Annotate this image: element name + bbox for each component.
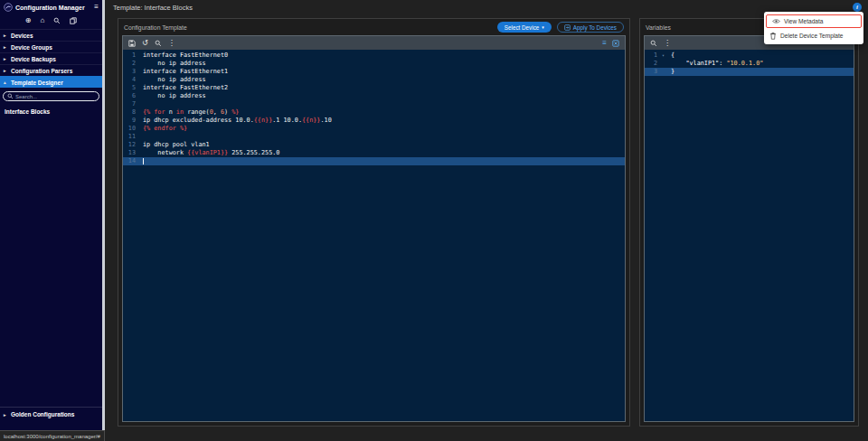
status-bar: localhost:3000/configuration_manager/# bbox=[0, 430, 105, 441]
code-line-3[interactable]: 3} bbox=[645, 68, 854, 76]
code-line-13[interactable]: 13 network {{vlanIP1}} 255.255.255.0 bbox=[123, 149, 625, 157]
search-icon[interactable] bbox=[155, 40, 162, 47]
template-panel-header: Configuration Template Select Device ▾ A… bbox=[118, 19, 629, 35]
sidebar-item-label: Template Designer bbox=[11, 80, 63, 86]
sidebar-item-label: Configuration Parsers bbox=[11, 68, 72, 74]
select-device-button[interactable]: Select Device ▾ bbox=[497, 22, 552, 33]
toolbar-left-icons: ↺⋮ bbox=[128, 40, 175, 47]
wrap-lines-icon[interactable]: ≡ bbox=[602, 40, 607, 47]
code-segment: .10 bbox=[320, 117, 331, 124]
sidebar-item-label: Device Backups bbox=[11, 56, 56, 62]
variables-code-area[interactable]: 1▾{2 "vlanIP1": "10.0.1.0"3} bbox=[645, 50, 854, 421]
line-text: network {{vlanIP1}} 255.255.255.0 bbox=[138, 149, 279, 157]
line-number: 3 bbox=[123, 68, 138, 76]
line-text bbox=[138, 157, 144, 165]
code-line-7[interactable]: 7 bbox=[123, 100, 625, 108]
eye-icon bbox=[772, 18, 780, 24]
code-segment: no ip address bbox=[143, 76, 206, 83]
chevron-down-icon: ▾ bbox=[542, 24, 544, 30]
line-number: 8 bbox=[123, 108, 138, 117]
code-line-4[interactable]: 4 no ip address bbox=[123, 76, 625, 84]
apply-to-devices-label: Apply To Devices bbox=[573, 24, 617, 31]
code-line-9[interactable]: 9ip dhcp excluded-address 10.0.{{n}}.1 1… bbox=[123, 117, 625, 125]
chevron-right-icon: ▸ bbox=[4, 412, 8, 418]
line-text: { bbox=[666, 52, 675, 60]
code-segment: { bbox=[671, 52, 675, 59]
code-line-6[interactable]: 6 no ip address bbox=[123, 92, 625, 100]
code-segment: {{vlanIP1}} bbox=[187, 149, 228, 156]
line-text: interface FastEthernet1 bbox=[138, 68, 228, 76]
line-number: 11 bbox=[123, 133, 138, 141]
sidebar-item-configuration-parsers[interactable]: ▸Configuration Parsers bbox=[0, 64, 102, 76]
search-icon[interactable] bbox=[650, 40, 657, 47]
sidebar-item-template-designer[interactable]: ▴Template Designer bbox=[0, 76, 102, 88]
menu-item-delete-device-template[interactable]: Delete Device Template bbox=[764, 29, 863, 42]
code-segment: interface FastEthernet0 bbox=[143, 52, 228, 59]
code-line-5[interactable]: 5interface FastEthernet2 bbox=[123, 84, 625, 92]
add-circle-icon[interactable]: ⊕ bbox=[25, 17, 32, 24]
line-text: no ip address bbox=[138, 60, 206, 68]
code-line-1[interactable]: 1interface FastEthernet0 bbox=[123, 52, 625, 60]
copy-icon[interactable] bbox=[70, 17, 77, 24]
code-segment: .1 10.0. bbox=[272, 117, 302, 124]
line-number: 7 bbox=[123, 100, 138, 108]
code-line-11[interactable]: 11 bbox=[123, 133, 625, 141]
code-line-1[interactable]: 1▾{ bbox=[645, 52, 854, 60]
code-segment: {% endfor %} bbox=[143, 125, 187, 132]
code-line-2[interactable]: 2 no ip address bbox=[123, 60, 625, 68]
menu-item-label: View Metadata bbox=[784, 18, 824, 24]
template-editor: ↺⋮ ≡ 1interface FastEthernet02 no ip add… bbox=[122, 35, 626, 422]
line-number: 9 bbox=[123, 117, 138, 125]
code-line-8[interactable]: 8{% for n in range(0, 6) %} bbox=[123, 108, 625, 117]
apply-to-devices-button[interactable]: Apply To Devices bbox=[557, 22, 624, 33]
code-segment: {{n}} bbox=[302, 117, 320, 124]
code-line-14[interactable]: 14 bbox=[123, 157, 625, 165]
sidebar-nav: ▸Devices▸Device Groups▸Device Backups▸Co… bbox=[0, 29, 102, 88]
code-segment: "10.0.1.0" bbox=[726, 60, 763, 67]
fold-arrow-icon[interactable]: ▾ bbox=[660, 52, 666, 60]
variables-panel: Variables ⋮ 1▾{2 "vlanIP1": "10.0.1.0"3} bbox=[639, 18, 859, 427]
info-button[interactable]: i bbox=[853, 3, 862, 12]
sidebar-item-devices[interactable]: ▸Devices bbox=[0, 29, 102, 41]
code-segment: ip dhcp excluded-address 10.0. bbox=[143, 117, 254, 124]
designer-items: Interface Blocks bbox=[0, 103, 102, 117]
line-text: {% for n in range(0, 6) %} bbox=[138, 108, 239, 117]
search-icon[interactable] bbox=[53, 17, 61, 24]
menu-icon[interactable]: ≡ bbox=[94, 4, 99, 11]
code-line-2[interactable]: 2 "vlanIP1": "10.0.1.0" bbox=[645, 60, 854, 68]
chevron-right-icon: ▸ bbox=[4, 56, 8, 61]
code-segment: ip dhcp pool vlan1 bbox=[143, 141, 210, 148]
main-content: Template: Interface Blocks i Configurati… bbox=[105, 0, 868, 441]
save-icon[interactable] bbox=[128, 40, 136, 47]
kebab-menu-icon[interactable]: ⋮ bbox=[664, 40, 671, 47]
home-icon[interactable]: ⌂ bbox=[40, 17, 44, 24]
code-segment: {{n}} bbox=[254, 117, 272, 124]
sidebar-item-interface-blocks[interactable]: Interface Blocks bbox=[0, 103, 102, 117]
sidebar-item-device-groups[interactable]: ▸Device Groups bbox=[0, 41, 102, 52]
sidebar-item-golden-configurations[interactable]: ▸ Golden Configurations bbox=[0, 407, 102, 421]
code-line-10[interactable]: 10{% endfor %} bbox=[123, 125, 625, 133]
template-editor-toolbar: ↺⋮ ≡ bbox=[123, 36, 625, 50]
menu-item-view-metadata[interactable]: View Metadata bbox=[766, 14, 862, 28]
page-title: Template: Interface Blocks bbox=[113, 4, 193, 12]
template-panel-title: Configuration Template bbox=[124, 24, 187, 31]
sidebar-item-device-backups[interactable]: ▸Device Backups bbox=[0, 52, 102, 64]
line-number: 2 bbox=[645, 60, 660, 68]
configuration-template-panel: Configuration Template Select Device ▾ A… bbox=[118, 18, 630, 427]
app-logo-icon bbox=[4, 3, 13, 12]
code-line-3[interactable]: 3interface FastEthernet1 bbox=[123, 68, 625, 76]
panels-container: Configuration Template Select Device ▾ A… bbox=[105, 14, 868, 430]
code-segment: interface FastEthernet2 bbox=[143, 84, 228, 91]
chevron-right-icon: ▸ bbox=[4, 44, 8, 50]
template-code-area[interactable]: 1interface FastEthernet02 no ip address3… bbox=[123, 50, 625, 421]
undo-icon[interactable]: ↺ bbox=[142, 40, 148, 47]
line-number: 12 bbox=[123, 141, 138, 149]
sidebar-search-input[interactable] bbox=[15, 94, 95, 99]
line-text: interface FastEthernet0 bbox=[138, 52, 228, 60]
line-text: no ip address bbox=[138, 92, 206, 100]
kebab-menu-icon[interactable]: ⋮ bbox=[168, 40, 175, 47]
close-box-icon[interactable] bbox=[612, 40, 619, 47]
sidebar-search[interactable] bbox=[3, 91, 99, 101]
code-line-12[interactable]: 12ip dhcp pool vlan1 bbox=[123, 141, 625, 149]
sidebar-scrollbar[interactable] bbox=[102, 0, 105, 430]
